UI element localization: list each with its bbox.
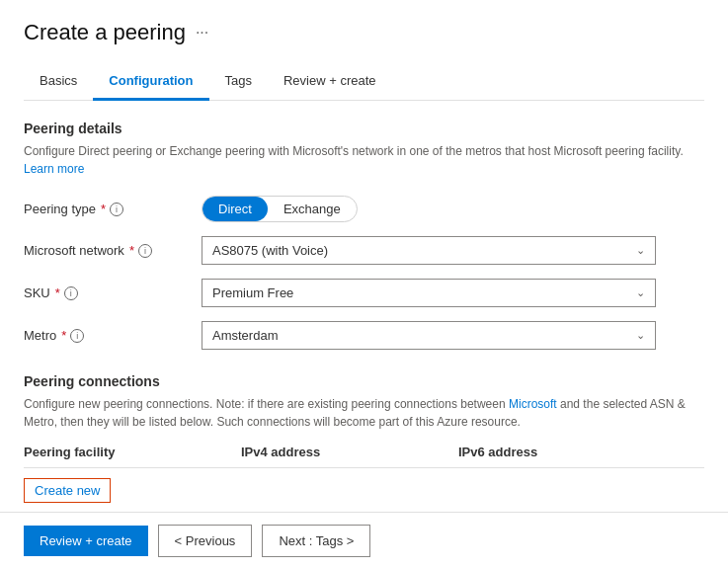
microsoft-network-label: Microsoft network * i bbox=[24, 243, 202, 258]
required-indicator: * bbox=[101, 202, 106, 216]
create-new-link[interactable]: Create new bbox=[35, 483, 100, 498]
required-indicator: * bbox=[55, 285, 60, 300]
microsoft-network-info-icon[interactable]: i bbox=[138, 244, 152, 258]
tab-configuration[interactable]: Configuration bbox=[93, 63, 208, 101]
toggle-direct[interactable]: Direct bbox=[202, 197, 268, 221]
peering-type-info-icon[interactable]: i bbox=[110, 203, 123, 216]
peering-details-section: Peering details Configure Direct peering… bbox=[24, 121, 704, 350]
ellipsis-menu-icon[interactable]: ··· bbox=[196, 24, 208, 41]
metro-label: Metro * i bbox=[24, 328, 202, 343]
sku-info-icon[interactable]: i bbox=[64, 286, 78, 300]
peering-type-toggle[interactable]: Direct Exchange bbox=[202, 196, 358, 222]
peering-type-label: Peering type * i bbox=[24, 202, 202, 216]
microsoft-network-dropdown[interactable]: AS8075 (with Voice) ⌄ bbox=[202, 236, 656, 265]
peering-connections-desc: Configure new peering connections. Note:… bbox=[24, 395, 704, 431]
create-new-box: Create new bbox=[24, 478, 111, 503]
previous-button[interactable]: < Previous bbox=[158, 525, 253, 557]
sku-value: Premium Free bbox=[212, 285, 293, 300]
learn-more-link[interactable]: Learn more bbox=[24, 162, 84, 176]
col-facility-header: Peering facility bbox=[24, 445, 241, 459]
tab-basics[interactable]: Basics bbox=[24, 63, 93, 101]
metro-dropdown[interactable]: Amsterdam ⌄ bbox=[202, 321, 656, 350]
required-indicator: * bbox=[61, 328, 66, 343]
tab-bar: Basics Configuration Tags Review + creat… bbox=[24, 63, 704, 101]
col-ipv6-header: IPv6 address bbox=[458, 445, 656, 459]
peering-type-row: Peering type * i Direct Exchange bbox=[24, 196, 704, 222]
metro-row: Metro * i Amsterdam ⌄ bbox=[24, 321, 704, 350]
page-footer: Review + create < Previous Next : Tags > bbox=[0, 512, 728, 569]
metro-value: Amsterdam bbox=[212, 328, 278, 343]
metro-info-icon[interactable]: i bbox=[70, 329, 84, 343]
peering-details-desc: Configure Direct peering or Exchange pee… bbox=[24, 142, 704, 178]
chevron-down-icon: ⌄ bbox=[636, 244, 645, 257]
sku-dropdown[interactable]: Premium Free ⌄ bbox=[202, 279, 656, 307]
page-title: Create a peering bbox=[24, 20, 186, 45]
tab-review-create[interactable]: Review + create bbox=[268, 63, 392, 101]
col-ipv4-header: IPv4 address bbox=[241, 445, 458, 459]
review-create-button[interactable]: Review + create bbox=[24, 526, 148, 556]
peering-details-title: Peering details bbox=[24, 121, 704, 136]
next-button[interactable]: Next : Tags > bbox=[262, 525, 370, 557]
toggle-exchange[interactable]: Exchange bbox=[268, 197, 357, 221]
required-indicator: * bbox=[129, 243, 134, 258]
sku-label: SKU * i bbox=[24, 285, 202, 300]
microsoft-network-value: AS8075 (with Voice) bbox=[212, 243, 328, 258]
connections-table-header: Peering facility IPv4 address IPv6 addre… bbox=[24, 445, 704, 468]
peering-connections-title: Peering connections bbox=[24, 373, 704, 389]
chevron-down-icon: ⌄ bbox=[636, 329, 645, 342]
chevron-down-icon: ⌄ bbox=[636, 286, 645, 299]
microsoft-link[interactable]: Microsoft bbox=[509, 397, 557, 411]
microsoft-network-row: Microsoft network * i AS8075 (with Voice… bbox=[24, 236, 704, 265]
peering-connections-section: Peering connections Configure new peerin… bbox=[24, 373, 704, 503]
sku-row: SKU * i Premium Free ⌄ bbox=[24, 279, 704, 307]
tab-tags[interactable]: Tags bbox=[209, 63, 268, 101]
